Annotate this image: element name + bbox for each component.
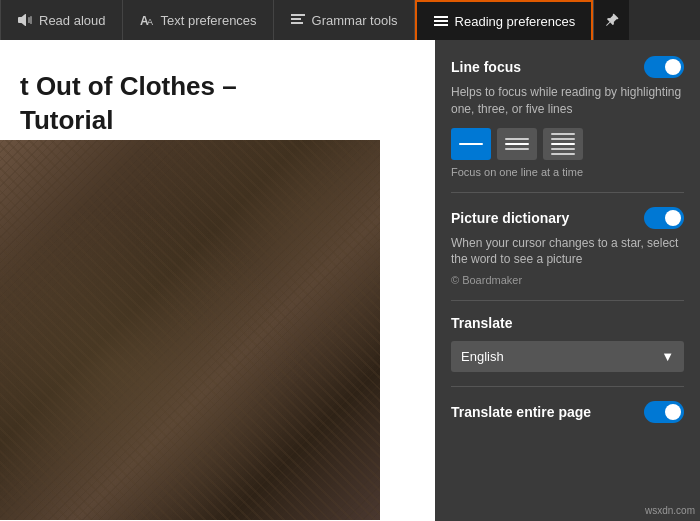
translate-page-section: Translate entire page <box>451 401 684 423</box>
five-line-indicator-3 <box>551 143 575 145</box>
chevron-down-icon: ▼ <box>661 349 674 364</box>
line-focus-hint: Focus on one line at a time <box>451 166 684 178</box>
tab-grammar-tools-label: Grammar tools <box>312 13 398 28</box>
watermark: wsxdn.com <box>645 505 695 516</box>
divider-3 <box>451 386 684 387</box>
three-line-indicator-2 <box>505 143 529 145</box>
reading-preferences-panel: Line focus Helps to focus while reading … <box>435 40 700 521</box>
five-line-indicator-1 <box>551 133 575 135</box>
three-line-indicator-1 <box>505 138 529 140</box>
tab-text-preferences[interactable]: A A Text preferences <box>123 0 274 40</box>
five-line-indicator-2 <box>551 138 575 140</box>
picture-dictionary-toggle[interactable] <box>644 207 684 229</box>
picture-dictionary-description: When your cursor changes to a star, sele… <box>451 235 684 269</box>
five-line-indicator-4 <box>551 148 575 150</box>
tab-reading-preferences-label: Reading preferences <box>455 14 576 29</box>
read-aloud-icon <box>17 12 33 28</box>
line-focus-description: Helps to focus while reading by highligh… <box>451 84 684 118</box>
five-line-indicator-5 <box>551 153 575 155</box>
picture-dictionary-label: Picture dictionary <box>451 210 569 226</box>
line-focus-section: Line focus Helps to focus while reading … <box>451 56 684 178</box>
line-focus-buttons <box>451 128 684 160</box>
line-focus-toggle[interactable] <box>644 56 684 78</box>
grammar-icon <box>290 12 306 28</box>
picture-dictionary-section: Picture dictionary When your cursor chan… <box>451 207 684 287</box>
five-line-button[interactable] <box>543 128 583 160</box>
one-line-indicator <box>459 143 483 145</box>
text-pref-icon: A A <box>139 12 155 28</box>
three-line-button[interactable] <box>497 128 537 160</box>
tab-text-preferences-label: Text preferences <box>161 13 257 28</box>
divider-2 <box>451 300 684 301</box>
divider-1 <box>451 192 684 193</box>
main-content: t Out of Clothes – Tutorial Line focus H… <box>0 40 700 521</box>
article-title: t Out of Clothes – Tutorial <box>20 70 415 138</box>
tab-read-aloud-label: Read aloud <box>39 13 106 28</box>
article-area: t Out of Clothes – Tutorial <box>0 40 435 521</box>
line-focus-header: Line focus <box>451 56 684 78</box>
translate-page-header: Translate entire page <box>451 401 684 423</box>
reading-pref-icon <box>433 13 449 29</box>
translate-dropdown-value: English <box>461 349 504 364</box>
denim-image <box>0 140 380 520</box>
tab-grammar-tools[interactable]: Grammar tools <box>274 0 415 40</box>
translate-page-toggle[interactable] <box>644 401 684 423</box>
boardmaker-credit: © Boardmaker <box>451 274 684 286</box>
translate-section: Translate English ▼ <box>451 315 684 372</box>
denim-overlay <box>0 140 380 520</box>
tab-read-aloud[interactable]: Read aloud <box>0 0 123 40</box>
line-focus-label: Line focus <box>451 59 521 75</box>
translate-label: Translate <box>451 315 684 331</box>
translate-dropdown[interactable]: English ▼ <box>451 341 684 372</box>
pin-button[interactable] <box>593 0 629 40</box>
one-line-button[interactable] <box>451 128 491 160</box>
translate-page-label: Translate entire page <box>451 404 591 420</box>
svg-text:A: A <box>147 17 153 27</box>
tab-reading-preferences[interactable]: Reading preferences <box>415 0 594 40</box>
pin-icon <box>605 13 619 27</box>
picture-dictionary-header: Picture dictionary <box>451 207 684 229</box>
toolbar: Read aloud A A Text preferences Grammar … <box>0 0 700 40</box>
three-line-indicator-3 <box>505 148 529 150</box>
